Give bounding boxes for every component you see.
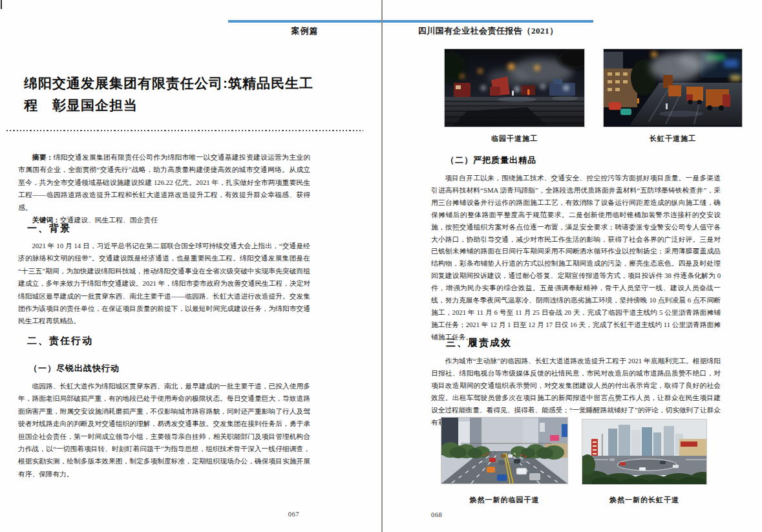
title-divider-dotted-rule — [6, 130, 363, 131]
subsection-quality-paragraph: 项目自开工以来，围绕施工技术、交通安全、控尘控污等方面抓好项目质量。一是多渠道引… — [431, 172, 721, 343]
report-header-rule — [383, 20, 593, 23]
photo-caption-changhong-renewed: 焕然一新的长虹干道 — [582, 495, 707, 505]
report-spread: 案例篇 绵阳交通发展集团有限责任公司:筑精品民生工程 彰显国企担当 摘要：绵阳交… — [0, 0, 762, 532]
section-background-paragraph: 2021 年 10 月 14 日，习近平总书记在第二届联合国全球可持续交通大会上… — [18, 240, 310, 328]
subsection-fast-action-paragraph: 临园路、长虹大道作为绵阳城区贯穿东西、南北，最早建成的一批主要干道，已投入使用多… — [18, 380, 310, 480]
photo-linyuan-renewed — [441, 417, 568, 484]
abstract-block: 摘要：绵阳交通发展集团有限责任公司作为绵阳市唯一以交通基建投资建设运营为主业的市… — [18, 151, 310, 226]
photo-caption-linyuan-renewed: 焕然一新的临园干道 — [441, 495, 568, 505]
abstract-text: 绵阳交通发展集团有限责任公司作为绵阳市唯一以交通基建投资建设运营为主业的市属国有… — [18, 153, 310, 211]
page-number-right: 068 — [431, 511, 473, 518]
keywords-text: 交通建设、民生工程、国企责任 — [60, 216, 158, 224]
abstract-label: 摘要： — [32, 153, 54, 161]
chapter-header-rule — [228, 20, 381, 23]
scan-artifact-tick — [1, 0, 2, 9]
subsection-heading-quality: （二）严把质量出精品 — [446, 154, 536, 166]
photo-caption-changhong-construction: 长虹干道施工 — [603, 134, 743, 144]
page-gutter-divider — [381, 0, 383, 532]
subsection-heading-fast-action: （一）尽锐出战快行动 — [29, 363, 120, 374]
section-heading-responsibility-action: 二、责任行动 — [27, 335, 93, 347]
photo-changhong-renewed — [582, 419, 707, 485]
photo-changhong-construction — [603, 48, 743, 127]
day-roundabout-scene-icon — [582, 420, 706, 484]
report-title: 四川国有企业社会责任报告（2021） — [388, 25, 588, 37]
chapter-label: 案例篇 — [228, 25, 381, 37]
night-trucks-scene-icon — [604, 49, 742, 127]
day-boulevard-scene-icon — [441, 418, 567, 484]
abstract-paragraph: 摘要：绵阳交通发展集团有限责任公司作为绵阳市唯一以交通基建投资建设运营为主业的市… — [18, 151, 310, 214]
section-heading-background: 一、背景 — [27, 222, 71, 235]
section-heading-results: 三、履责成效 — [446, 337, 512, 349]
night-paving-scene-icon — [445, 49, 584, 127]
photo-linyuan-construction — [444, 48, 585, 127]
article-title: 绵阳交通发展集团有限责任公司:筑精品民生工程 彰显国企担当 — [24, 72, 318, 116]
photo-caption-linyuan-construction: 临园干道施工 — [444, 134, 585, 144]
page-number-left: 067 — [257, 511, 299, 518]
